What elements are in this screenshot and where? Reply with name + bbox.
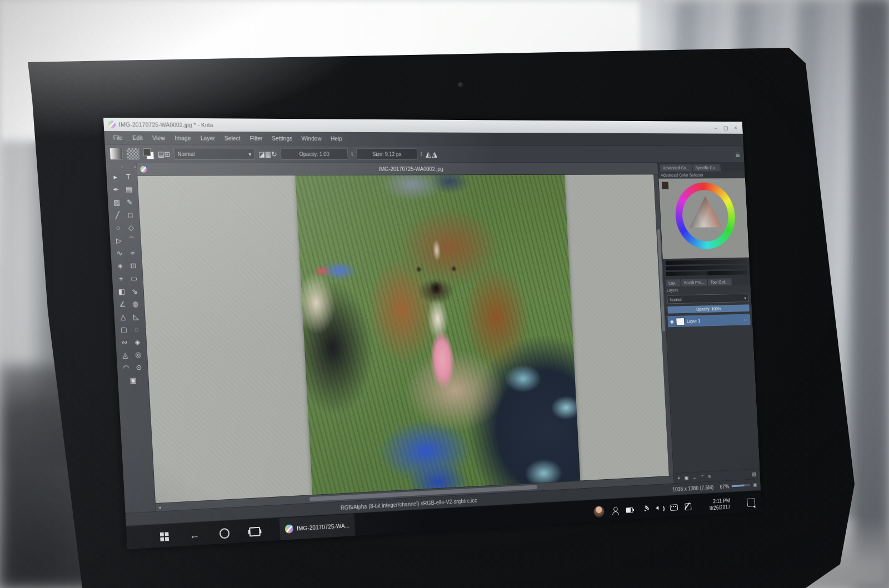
pattern-swatch[interactable] [126, 148, 140, 160]
gradient-swatch[interactable] [109, 148, 123, 160]
polyline-tool[interactable]: ▷ [112, 234, 126, 247]
menu-image[interactable]: Image [170, 133, 195, 142]
duplicate-layer-button[interactable]: ▣ [684, 475, 688, 480]
battery-icon[interactable] [626, 505, 635, 514]
dynamic-brush-tool[interactable]: ≈ [126, 247, 139, 259]
Layer 1[interactable]: ◉ Layer 1 ▫▫ [667, 314, 751, 327]
select-shapes-tool[interactable]: ▸ [108, 170, 122, 183]
blend-mode-dropdown[interactable]: Normal ▾ [173, 148, 255, 160]
pan-tool[interactable]: ▣ [126, 374, 140, 387]
maximize-button[interactable]: ▢ [723, 124, 728, 131]
bezier-curve-tool[interactable]: ⌒ [125, 234, 139, 247]
pen-settings-icon[interactable] [685, 502, 693, 511]
crop-tool[interactable]: ▭ [127, 272, 141, 285]
lasso-select-tool[interactable]: ∾ [118, 336, 132, 349]
current-color-patch[interactable] [662, 182, 669, 189]
menu-select[interactable]: Select [220, 134, 245, 143]
move-layer-up-button[interactable]: ⌃ [700, 474, 704, 480]
tab-advanced-color-selector[interactable]: Advanced Co... [660, 164, 692, 172]
tab-layers[interactable]: Lay... [666, 279, 681, 287]
people-icon[interactable] [611, 506, 620, 515]
delete-layer-icon[interactable]: ▥ [752, 471, 756, 477]
polygon-tool[interactable]: ◇ [124, 221, 138, 234]
canvas-viewport[interactable] [137, 174, 673, 503]
add-layer-button[interactable]: + [677, 475, 680, 481]
dock-close-icon[interactable]: × [134, 164, 137, 169]
layer-visibility-icon[interactable]: ◉ [670, 319, 674, 324]
pattern-fill-tool[interactable]: ▨ [110, 196, 124, 209]
dock-float-icon[interactable]: ▫ [121, 164, 123, 169]
gradient-tool[interactable]: ◧ [115, 285, 129, 298]
canvas-only-icon[interactable]: ▣ [753, 482, 757, 487]
dock-handle-icon[interactable]: ⋯ [106, 164, 111, 169]
minimize-button[interactable]: – [714, 124, 717, 131]
rect-select-tool[interactable]: ▢ [117, 323, 131, 336]
fill-tool[interactable]: ◍ [128, 298, 142, 310]
move-tool[interactable]: + [114, 272, 128, 285]
ellipse-select-tool[interactable]: ◌ [130, 323, 144, 335]
rectangle-tool[interactable]: □ [123, 209, 137, 222]
layer-properties-button[interactable]: ≡ [708, 474, 711, 479]
color-picker-tool[interactable]: ⇘ [128, 285, 142, 298]
menu-filter[interactable]: Filter [246, 134, 267, 143]
menu-file[interactable]: File [108, 133, 127, 142]
opacity-slider[interactable]: Opacity: 1.00 [280, 148, 348, 160]
document-image[interactable] [295, 175, 580, 495]
freehand-brush-tool[interactable]: ✎ [123, 196, 137, 209]
document-tab[interactable]: IMG-20170725-WA0002.jpg [137, 163, 658, 176]
back-button[interactable]: ← [189, 530, 199, 541]
transform-tool[interactable]: ⊡ [127, 259, 141, 272]
text-tool[interactable]: T [122, 170, 136, 183]
reload-preset-icon[interactable]: ↻ [271, 150, 277, 158]
task-view-button[interactable] [249, 526, 261, 536]
tab-specific-color-selector[interactable]: Specific Co... [692, 164, 721, 172]
poly-select-tool[interactable]: ◈ [131, 335, 144, 348]
menu-layer[interactable]: Layer [196, 134, 219, 143]
zoom-slider[interactable] [732, 484, 751, 487]
menu-help[interactable]: Help [326, 134, 346, 143]
perspective-grid-tool[interactable]: ◺ [129, 310, 143, 323]
menu-edit[interactable]: Edit [128, 133, 147, 142]
search-button[interactable] [219, 527, 230, 539]
edit-shapes-tool[interactable]: ▤ [122, 183, 136, 196]
contiguous-select-tool[interactable]: ◎ [131, 348, 145, 361]
assistants-tool[interactable]: △ [116, 310, 130, 323]
mirror-horizontal-icon[interactable]: ◭ [426, 150, 431, 158]
scroll-left-icon[interactable]: ◂ [156, 505, 163, 510]
outline-select-tool[interactable]: ◠ [119, 361, 133, 374]
multibrush-tool[interactable]: ∗ [113, 259, 127, 272]
brush-size-slider[interactable]: Size: 9.12 px [356, 148, 418, 160]
user-avatar[interactable] [593, 505, 605, 517]
close-button[interactable]: × [734, 124, 737, 131]
layer-blend-mode-dropdown[interactable]: Normal ▾ [667, 293, 749, 304]
ellipse-tool[interactable]: ○ [111, 222, 125, 234]
opacity-spinbox[interactable]: ▴▾ [351, 152, 353, 157]
advanced-color-selector[interactable] [658, 178, 748, 259]
preserve-alpha-icon[interactable]: ▦ [264, 150, 271, 158]
size-spinbox[interactable]: ▴▾ [421, 152, 422, 157]
freehand-path-tool[interactable]: ∿ [113, 247, 127, 259]
brush-presets-icon[interactable]: ⊞ [164, 150, 170, 158]
move-layer-down-button[interactable]: ⌄ [692, 474, 696, 480]
toolbar-overflow-icon[interactable]: ≣ [735, 151, 740, 158]
tab-brush-presets[interactable]: Brush Pre... [681, 279, 707, 287]
similar-select-tool[interactable]: ◬ [118, 349, 132, 362]
tab-tool-options[interactable]: Tool Opti... [708, 278, 732, 286]
volume-icon[interactable] [655, 504, 663, 512]
menu-view[interactable]: View [148, 133, 169, 142]
action-center-icon[interactable] [747, 498, 755, 506]
calligraphy-tool[interactable]: ✒ [109, 183, 123, 196]
foreground-background-colors[interactable] [143, 148, 154, 159]
measure-tool[interactable]: ∠ [116, 298, 129, 310]
wifi-icon[interactable] [641, 504, 649, 513]
start-button[interactable] [160, 532, 169, 542]
menu-window[interactable]: Window [297, 134, 326, 143]
taskbar-clock[interactable]: 2:11 PM 9/26/2017 [709, 497, 731, 512]
mirror-vertical-icon[interactable]: ◮ [432, 150, 437, 158]
layer-opacity-slider[interactable]: Opacity: 100% [667, 304, 750, 313]
menu-settings[interactable]: Settings [267, 134, 297, 143]
eraser-toggle-icon[interactable]: ◪ [258, 150, 265, 158]
touch-keyboard-icon[interactable] [670, 502, 678, 511]
line-tool[interactable]: ╱ [111, 209, 124, 222]
zoom-tool[interactable]: ⊙ [132, 361, 146, 374]
